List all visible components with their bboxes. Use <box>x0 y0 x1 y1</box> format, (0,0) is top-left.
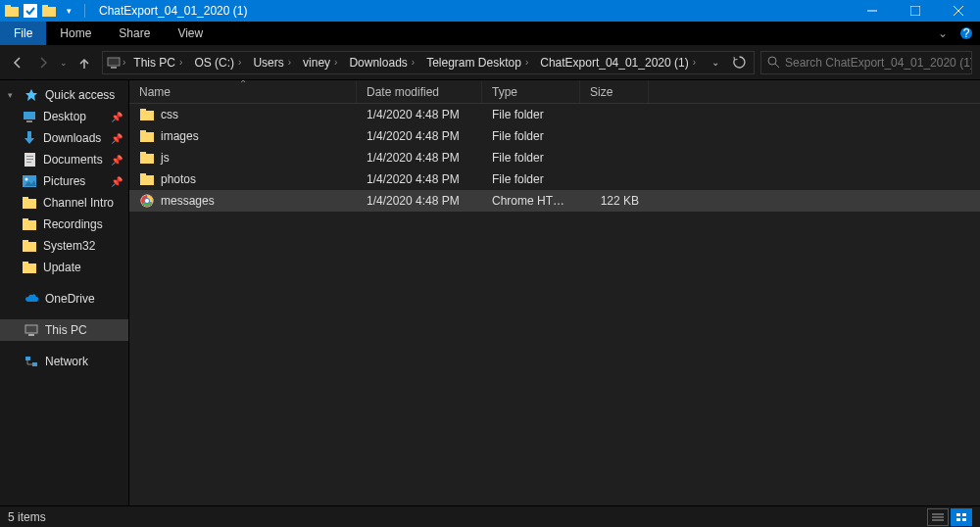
file-name: js <box>161 151 170 165</box>
table-row[interactable]: photos1/4/2020 4:48 PMFile folder <box>129 168 980 190</box>
tab-home[interactable]: Home <box>46 22 105 45</box>
pin-icon: 📌 <box>111 133 122 144</box>
sidebar-item[interactable]: System32 <box>0 235 128 257</box>
minimize-button[interactable] <box>851 0 894 22</box>
chevron-right-icon[interactable]: › <box>122 57 125 68</box>
svg-text:?: ? <box>963 26 970 40</box>
sidebar-item-label: Downloads <box>43 131 101 145</box>
column-date[interactable]: Date modified <box>357 80 482 103</box>
status-bar: 5 items <box>0 505 980 527</box>
sidebar-item[interactable]: Pictures📌 <box>0 170 128 192</box>
pc-icon <box>24 322 39 338</box>
back-button[interactable] <box>6 51 29 74</box>
forward-button[interactable] <box>31 51 55 74</box>
table-row[interactable]: css1/4/2020 4:48 PMFile folder <box>129 104 980 125</box>
svg-rect-37 <box>25 357 30 360</box>
chevron-down-icon[interactable]: ▾ <box>8 90 18 100</box>
sidebar-item-label: Update <box>43 261 81 274</box>
sidebar-item-label: Documents <box>43 153 103 167</box>
breadcrumb-item[interactable]: This PC› <box>127 52 188 73</box>
svg-rect-41 <box>140 111 154 120</box>
view-details-button[interactable] <box>927 508 949 526</box>
table-row[interactable]: js1/4/2020 4:48 PMFile folder <box>129 147 980 168</box>
sidebar-network[interactable]: Network <box>0 351 128 372</box>
folder-icon <box>139 171 155 187</box>
svg-point-52 <box>145 199 149 203</box>
file-date: 1/4/2020 4:48 PM <box>357 172 482 186</box>
sidebar-quick-access[interactable]: ▾ Quick access <box>0 84 128 106</box>
tab-file[interactable]: File <box>0 22 46 45</box>
sidebar-item[interactable]: Update <box>0 257 128 278</box>
history-dropdown-icon[interactable]: ⌄ <box>57 51 71 74</box>
sidebar-item[interactable]: Documents📌 <box>0 149 128 170</box>
svg-rect-31 <box>23 242 36 252</box>
sidebar-this-pc[interactable]: This PC <box>0 319 128 341</box>
svg-rect-3 <box>42 5 48 8</box>
sidebar-item[interactable]: Desktop📌 <box>0 106 128 127</box>
breadcrumb-item[interactable]: viney› <box>297 52 343 73</box>
folder-small-icon <box>41 3 57 19</box>
svg-rect-48 <box>140 173 146 176</box>
breadcrumb-item[interactable]: Downloads› <box>343 52 420 73</box>
maximize-button[interactable] <box>894 0 937 22</box>
chevron-right-icon: › <box>693 57 696 68</box>
svg-rect-0 <box>5 7 19 17</box>
tab-view[interactable]: View <box>164 22 217 45</box>
sidebar-item[interactable]: Downloads📌 <box>0 127 128 149</box>
close-button[interactable] <box>937 0 980 22</box>
folder-icon <box>139 128 155 144</box>
breadcrumb-item[interactable]: Users› <box>247 52 297 73</box>
svg-rect-22 <box>26 159 33 160</box>
chevron-right-icon: › <box>525 57 528 68</box>
file-type: File folder <box>482 151 580 165</box>
svg-rect-21 <box>26 156 33 157</box>
folder-icon <box>4 3 20 19</box>
svg-rect-34 <box>23 262 28 264</box>
folder-icon <box>22 195 37 211</box>
cloud-icon <box>24 291 39 307</box>
pin-icon: 📌 <box>111 176 122 187</box>
breadcrumb-item[interactable]: ChatExport_04_01_2020 (1)› <box>534 52 702 73</box>
sidebar-item[interactable]: Recordings <box>0 214 128 235</box>
file-date: 1/4/2020 4:48 PM <box>357 194 482 208</box>
svg-marker-15 <box>25 89 37 101</box>
chevron-right-icon: › <box>179 57 182 68</box>
svg-rect-44 <box>140 130 146 133</box>
breadcrumb-item[interactable]: OS (C:)› <box>188 52 247 73</box>
refresh-button[interactable] <box>728 52 750 73</box>
address-dropdown-icon[interactable]: ⌄ <box>705 52 726 73</box>
chevron-right-icon: › <box>334 57 337 68</box>
file-date: 1/4/2020 4:48 PM <box>357 108 482 121</box>
search-box[interactable] <box>760 51 972 74</box>
table-row[interactable]: images1/4/2020 4:48 PMFile folder <box>129 125 980 147</box>
qat-dropdown-icon[interactable]: ▾ <box>61 3 76 19</box>
svg-rect-1 <box>5 5 11 8</box>
sidebar-label: This PC <box>45 323 87 337</box>
documents-icon <box>22 152 37 168</box>
check-icon[interactable] <box>24 4 37 18</box>
column-name[interactable]: Name⌃ <box>129 80 357 103</box>
column-size[interactable]: Size <box>580 80 649 103</box>
help-icon[interactable]: ? <box>953 22 980 45</box>
address-bar[interactable]: › This PC›OS (C:)›Users›viney›Downloads›… <box>102 51 755 74</box>
downloads-icon <box>22 130 37 146</box>
svg-rect-28 <box>23 197 28 200</box>
file-name: messages <box>161 194 215 208</box>
ribbon-collapse-icon[interactable]: ⌄ <box>933 22 953 45</box>
up-button[interactable] <box>73 51 96 74</box>
search-input[interactable] <box>785 56 971 70</box>
svg-rect-45 <box>140 154 154 164</box>
separator <box>84 4 85 18</box>
sidebar-onedrive[interactable]: OneDrive <box>0 288 128 310</box>
breadcrumb-item[interactable]: Telegram Desktop› <box>420 52 534 73</box>
view-large-icons-button[interactable] <box>951 508 972 526</box>
file-name: css <box>161 108 178 121</box>
table-row[interactable]: messages1/4/2020 4:48 PMChrome HTML Docu… <box>129 190 980 212</box>
column-type[interactable]: Type <box>482 80 580 103</box>
tab-share[interactable]: Share <box>105 22 164 45</box>
svg-rect-58 <box>956 518 960 521</box>
folder-icon <box>22 260 37 275</box>
sidebar-item[interactable]: Channel Intro <box>0 192 128 214</box>
svg-rect-30 <box>23 218 28 221</box>
svg-rect-29 <box>23 220 36 230</box>
